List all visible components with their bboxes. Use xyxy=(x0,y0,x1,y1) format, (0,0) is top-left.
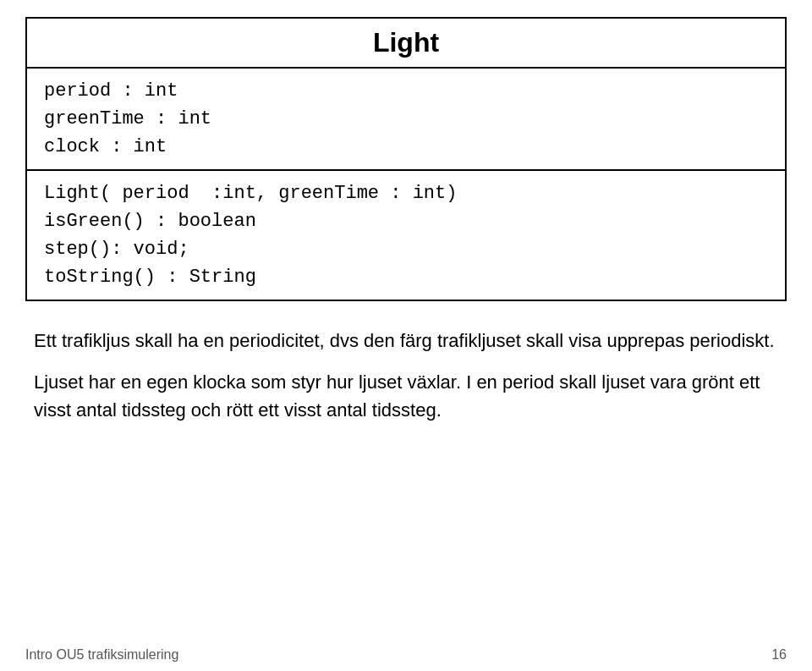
attribute-line-2: greenTime : int xyxy=(44,105,768,133)
class-name: Light xyxy=(373,27,439,58)
description-section: Ett trafikljus skall ha en periodicitet,… xyxy=(25,327,787,437)
attribute-line-1: period : int xyxy=(44,77,768,105)
footer: Intro OU5 trafiksimulering 16 xyxy=(0,639,812,671)
footer-course: Intro OU5 trafiksimulering xyxy=(25,647,178,663)
uml-attributes-section: period : int greenTime : int clock : int xyxy=(26,68,786,170)
method-line-4: toString() : String xyxy=(44,263,768,291)
main-content: Light period : int greenTime : int clock… xyxy=(0,0,812,639)
footer-page-number: 16 xyxy=(771,647,787,663)
description-paragraph-2: Ljuset har en egen klocka som styr hur l… xyxy=(34,368,778,424)
attribute-line-3: clock : int xyxy=(44,133,768,161)
uml-methods-section: Light( period :int, greenTime : int) isG… xyxy=(26,170,786,300)
uml-header: Light xyxy=(26,18,786,68)
method-line-1: Light( period :int, greenTime : int) xyxy=(44,179,768,207)
description-paragraph-1: Ett trafikljus skall ha en periodicitet,… xyxy=(34,327,778,355)
method-line-2: isGreen() : boolean xyxy=(44,207,768,235)
uml-table: Light period : int greenTime : int clock… xyxy=(25,17,787,301)
method-line-3: step(): void; xyxy=(44,235,768,263)
